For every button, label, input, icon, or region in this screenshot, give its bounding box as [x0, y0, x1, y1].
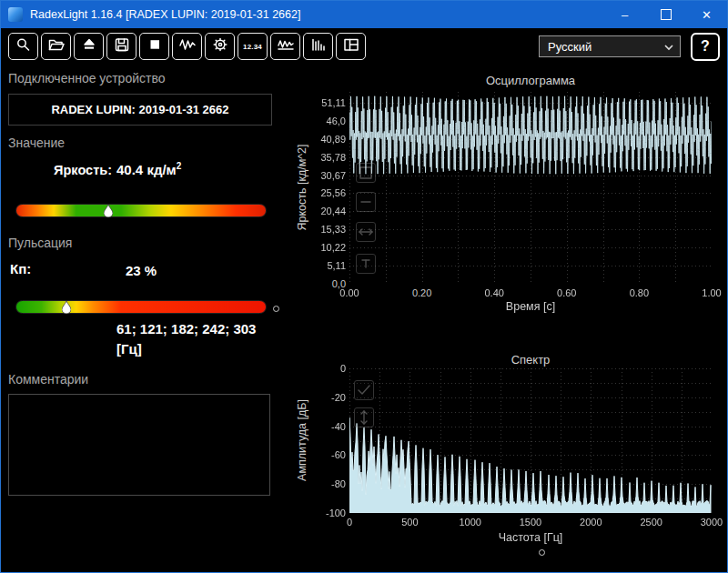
y-tick-label: -60 [302, 449, 346, 460]
gear-icon [211, 36, 229, 56]
layout-button[interactable] [336, 33, 366, 60]
digital-display-icon: 12.34 [243, 43, 262, 51]
y-tick-label: 20,44 [302, 206, 346, 216]
help-button[interactable]: ? [691, 33, 720, 61]
chart-zoom-out-button[interactable] [356, 192, 376, 212]
frequencies-row: Частоты: 61; 121; 182; 242; 303 [Гц] [6, 319, 276, 359]
waveform-icon [178, 36, 197, 56]
brightness-value-row: Яркость: 40.4 кд/м2 [6, 161, 276, 177]
chart-apply-button[interactable] [354, 380, 374, 400]
y-tick-label: 30,67 [302, 170, 346, 181]
device-section-header: Подключенное устройство [8, 71, 165, 85]
eject-device-button[interactable] [74, 33, 104, 60]
brightness-value: 40.4 кд/м2 [116, 161, 181, 177]
x-tick-label: 1000 [450, 517, 491, 528]
x-tick-label: 0.60 [546, 287, 588, 298]
toolbar: 12.34 Русский ? [1, 28, 727, 65]
x-tick-label: 2000 [570, 517, 612, 528]
y-tick-label: -80 [302, 478, 346, 489]
y-tick-label: -40 [302, 421, 346, 432]
chevron-down-icon [663, 40, 674, 54]
x-tick-label: 3000 [691, 517, 728, 528]
x-tick-label: 0 [329, 517, 370, 528]
oscillogram-x-axis-label: Время [с] [349, 300, 712, 313]
open-folder-icon [47, 36, 66, 56]
stop-button[interactable] [139, 33, 169, 60]
titlebar[interactable]: RadexLight 1.16.4 [RADEX LUPIN: 2019-01-… [1, 1, 727, 28]
frequencies-label: Частоты: [6, 319, 112, 359]
save-icon [113, 36, 131, 56]
close-button[interactable]: ✕ [686, 1, 727, 28]
x-tick-label: 0.20 [401, 287, 443, 298]
numeric-display-button[interactable]: 12.34 [238, 33, 268, 60]
zoom-tool-button[interactable] [8, 33, 38, 60]
y-tick-label: -20 [302, 392, 346, 403]
spectrum-title: Спектр [349, 353, 712, 367]
left-panel: Подключенное устройство RADEX LUPIN: 201… [6, 66, 276, 568]
spectrum-bars-icon [309, 36, 328, 56]
value-section-header: Значение [8, 136, 65, 150]
chart-fit-horizontal-button[interactable] [356, 222, 376, 242]
y-tick-label: 15,33 [302, 224, 346, 235]
comments-section-header: Комментарии [8, 372, 88, 387]
spectrum-view-button[interactable] [303, 33, 333, 60]
oscillogram-icon [277, 36, 295, 56]
maximize-button[interactable] [645, 1, 686, 28]
chart-maximize-button[interactable] [356, 163, 376, 183]
spectrum-y-axis-label: Амплитуда [дБ] [296, 349, 308, 531]
brightness-label: Яркость: [6, 163, 112, 177]
app-icon [8, 7, 23, 22]
maximize-icon [661, 9, 672, 20]
signal-mode-button[interactable] [172, 33, 202, 60]
x-tick-label: 500 [389, 517, 430, 528]
comments-input[interactable] [8, 394, 270, 496]
value-marker-icon [104, 205, 113, 217]
x-tick-label: 0.80 [618, 287, 660, 298]
x-tick-label: 0.00 [329, 287, 370, 298]
pulsation-marker-icon [62, 301, 71, 314]
pulsation-section-header: Пульсация [8, 236, 72, 250]
open-file-button[interactable] [41, 33, 71, 60]
frequencies-value: 61; 121; 182; 242; 303 [Гц] [116, 319, 269, 359]
device-name-box: RADEX LUPIN: 2019-01-31 2662 [8, 94, 272, 126]
x-tick-label: 2500 [631, 517, 672, 528]
app-window: RadexLight 1.16.4 [RADEX LUPIN: 2019-01-… [0, 0, 728, 573]
chart-fit-vertical-button[interactable] [354, 407, 374, 427]
kp-value: 23 % [6, 263, 276, 278]
y-tick-label: 40,89 [302, 134, 346, 145]
spectrum-plot[interactable] [349, 368, 712, 513]
y-tick-label: 25,56 [302, 187, 346, 198]
eject-icon [80, 36, 98, 56]
x-tick-label: 0.40 [473, 287, 515, 298]
oscillogram-chart: Осциллограмма Яркость [кд/м^2] 0,05,1110… [283, 69, 725, 320]
brightness-scale-bar [15, 204, 267, 217]
y-tick-label: 51,11 [302, 97, 346, 108]
y-tick-label: 35,78 [302, 152, 346, 163]
pulsation-scale-bar [15, 300, 267, 314]
x-tick-label: 1.00 [691, 287, 728, 298]
stop-icon [146, 36, 164, 56]
oscillogram-plot[interactable] [349, 92, 712, 284]
settings-button[interactable] [205, 33, 235, 60]
x-tick-label: 1500 [510, 517, 551, 528]
y-tick-label: 0 [302, 363, 346, 374]
layout-panes-icon [342, 36, 360, 56]
y-tick-label: 10,22 [302, 242, 346, 253]
language-value: Русский [548, 40, 592, 54]
magnifier-icon [15, 36, 33, 56]
window-title: RadexLight 1.16.4 [RADEX LUPIN: 2019-01-… [30, 8, 300, 21]
minimize-button[interactable]: – [604, 1, 645, 28]
y-tick-label: 5,11 [302, 260, 346, 271]
splitter-handle-dot[interactable] [273, 306, 279, 312]
spectrum-chart: Спектр Амплитуда [дБ] 0-20-40-60-80-1000… [283, 342, 725, 562]
language-select[interactable]: Русский [539, 35, 681, 57]
oscillogram-view-button[interactable] [270, 33, 300, 60]
spectrum-x-axis-label: Частота [Гц] [349, 531, 712, 544]
resize-handle-dot[interactable] [539, 549, 545, 556]
window-controls: – ✕ [604, 1, 727, 28]
save-button[interactable] [106, 33, 136, 60]
y-tick-label: 46,0 [302, 116, 346, 126]
oscillogram-title: Осциллограмма [349, 74, 712, 87]
chart-text-button[interactable] [356, 254, 376, 274]
